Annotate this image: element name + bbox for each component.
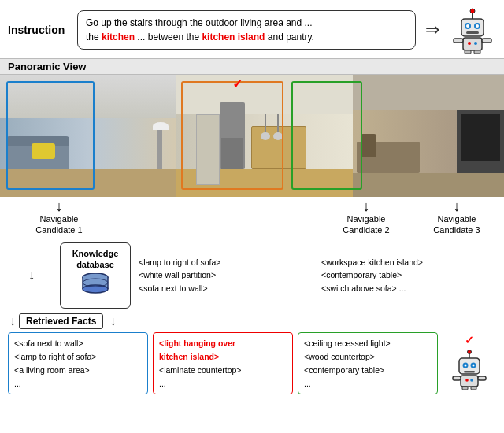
candidates-labels-row: ↓ NavigableCandidate 1 ↓ NavigableCandid… [0, 197, 504, 238]
facts-left: <lamp to right of sofa> <white wall part… [135, 242, 313, 309]
checkmark-final: ✓ [465, 334, 474, 346]
arrow-down-3: ↓ [454, 199, 461, 213]
retrieved-label-row: ↓ Retrieved Facts ↓ [8, 313, 496, 329]
svg-rect-14 [482, 39, 491, 43]
candidate-box-2 [181, 81, 284, 190]
candidate-box-1 [6, 81, 94, 190]
robot-icon [449, 6, 496, 54]
robot-checkmark-col: ✓ [443, 332, 496, 394]
instruction-line2-prefix: the [86, 31, 102, 43]
svg-rect-29 [461, 376, 478, 387]
svg-point-27 [472, 365, 475, 367]
rbox2-highlight2: kitchen island> [159, 350, 287, 364]
knowledge-title: Knowledgedatabase [72, 248, 119, 271]
instruction-section: Instruction Go up the stairs through the… [0, 0, 504, 58]
candidate1-label: NavigableCandidate 1 [35, 213, 82, 236]
rbox3-line3: <contemporary table> [304, 364, 432, 377]
svg-rect-8 [463, 38, 482, 50]
svg-rect-28 [464, 371, 475, 373]
rbox1-line2: <lamp to right of sofa> [14, 350, 142, 364]
candidate3-group: ↓ NavigableCandidate 3 [417, 199, 496, 236]
retrieved-box-1: <sofa next to wall> <lamp to right of so… [8, 332, 148, 394]
instruction-line2: the kitchen ... between the kitchen isla… [86, 30, 407, 44]
panoramic-view: ✓ [0, 75, 504, 197]
instruction-highlight-kitchen: kitchen [102, 31, 135, 43]
rbox2-highlight1: <light hanging over [159, 337, 287, 350]
instruction-line2-middle: ... between the [135, 31, 202, 43]
rbox2-line3: <laminate countertop> [159, 364, 287, 377]
svg-point-30 [465, 379, 469, 382]
rbox2-line4: ... [159, 377, 287, 390]
retrieved-facts-label: Retrieved Facts [19, 313, 103, 329]
knowledge-row: ↓ Knowledgedatabase <lamp to right of so… [0, 239, 504, 313]
rbox1-line3: <a living room area> [14, 364, 142, 377]
svg-rect-32 [462, 387, 468, 390]
rbox3-line1: <ceiling recessed light> [304, 337, 432, 350]
arrow-to-robot: ⇒ [425, 20, 439, 40]
candidate2-label: NavigableCandidate 2 [343, 213, 389, 236]
candidate3-label: NavigableCandidate 3 [433, 213, 480, 236]
svg-point-31 [470, 379, 473, 382]
svg-rect-12 [474, 50, 480, 54]
candidate1-group: ↓ NavigableCandidate 1 [8, 199, 110, 236]
arrow-col-left: ↓ [8, 242, 55, 309]
instruction-box: Go up the stairs through the outdoor liv… [77, 10, 416, 50]
instruction-line1: Go up the stairs through the outdoor liv… [86, 16, 407, 30]
svg-rect-33 [471, 387, 476, 390]
panoramic-label-bar: Panoramic View [0, 58, 504, 75]
svg-point-10 [474, 42, 477, 45]
rbox3-line4: ... [304, 377, 432, 390]
instruction-highlight-kitchen-island: kitchen island [202, 31, 265, 43]
svg-point-9 [468, 42, 471, 45]
retrieved-box-2: <light hanging over kitchen island> <lam… [153, 332, 293, 394]
rbox3-line2: <wood countertop> [304, 350, 432, 364]
pano-right-segment [353, 75, 504, 197]
svg-rect-13 [454, 39, 463, 43]
svg-point-5 [466, 24, 469, 28]
svg-point-6 [476, 24, 479, 28]
rbox1-line1: <sofa next to wall> [14, 337, 142, 350]
candidate2-group: ↓ NavigableCandidate 2 [315, 199, 417, 236]
arrow-down-2: ↓ [363, 199, 370, 213]
robot-bottom-icon [450, 350, 489, 393]
svg-point-22 [468, 350, 472, 354]
svg-rect-34 [453, 376, 461, 380]
candidate-box-3 [291, 81, 362, 190]
facts-right: <workspace kitchen island> <contemporary… [318, 242, 496, 309]
retrieved-facts-section: ↓ Retrieved Facts ↓ <sofa next to wall> … [0, 312, 504, 398]
instruction-line2-suffix: and pantry. [265, 31, 313, 43]
knowledge-database-box: Knowledgedatabase [60, 242, 131, 309]
rbox1-line4: ... [14, 377, 142, 390]
svg-point-26 [465, 365, 467, 367]
svg-point-1 [470, 9, 475, 13]
svg-rect-35 [478, 376, 486, 380]
retrieved-boxes-row: <sofa next to wall> <lamp to right of so… [8, 332, 496, 394]
panoramic-label: Panoramic View [8, 61, 86, 72]
arrow-down-1: ↓ [56, 199, 63, 213]
retrieved-box-3: <ceiling recessed light> <wood counterto… [298, 332, 438, 394]
arrow-down-retrieved: ↓ [9, 314, 16, 328]
db-cylinder-icon [81, 273, 109, 300]
svg-rect-7 [466, 31, 479, 34]
instruction-label: Instruction [8, 24, 71, 36]
arrow-down-to-db: ↓ [28, 268, 35, 283]
checkmark-candidate2: ✓ [232, 76, 243, 91]
arrow-down-retrieved2: ↓ [109, 314, 116, 328]
svg-rect-11 [465, 50, 471, 54]
